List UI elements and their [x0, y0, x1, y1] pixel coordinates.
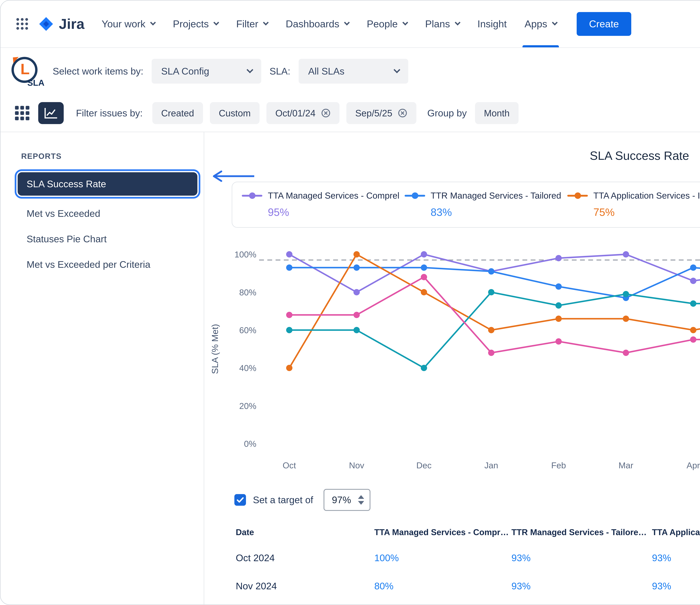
svg-text:40%: 40%: [239, 363, 256, 373]
chevron-down-icon: [247, 66, 253, 73]
sla-label: SLA:: [270, 66, 290, 77]
legend-item-ttr-managed-services-tailored-i[interactable]: TTR Managed Services - Tailored I…83%: [405, 191, 562, 218]
target-label: Set a target of: [253, 494, 313, 505]
top-navbar: Jira Your workProjectsFilterDashboardsPe…: [1, 1, 700, 48]
table-value-cell[interactable]: 93%: [652, 580, 700, 591]
chevron-down-icon: [263, 20, 269, 25]
target-input[interactable]: 97%: [324, 489, 371, 511]
chip-label: Created: [161, 108, 194, 119]
sla-line-chart: SLA (% Met)0%20%40%60%80%100%OctNovDecJa…: [204, 235, 700, 477]
nav-item-apps[interactable]: Apps: [516, 1, 566, 47]
table-header-cell: TTR Managed Services - Tailore…: [511, 527, 652, 537]
svg-text:Dec: Dec: [416, 461, 431, 470]
select-work-items-label: Select work items by:: [53, 66, 143, 77]
report-item-label: Statuses Pie Chart: [27, 234, 107, 244]
target-value: 97%: [332, 494, 351, 505]
nav-item-filter[interactable]: Filter: [227, 1, 277, 47]
svg-text:Apr: Apr: [686, 461, 700, 470]
table-header-row: DateTTA Managed Services - Compr…TTR Man…: [204, 521, 700, 544]
table-value-cell[interactable]: 93%: [652, 552, 700, 563]
jira-logo[interactable]: Jira: [38, 16, 84, 32]
group-by-chip[interactable]: Month: [475, 102, 519, 124]
chip-close-icon[interactable]: [398, 108, 407, 118]
filter-chip-created[interactable]: Created: [152, 102, 203, 124]
nav-item-your-work[interactable]: Your work: [93, 1, 164, 47]
legend-item-tta-managed-services-compreh[interactable]: TTA Managed Services - Compreh…95%: [242, 191, 399, 218]
legend-item-top: TTA Application Services - Innova…: [567, 191, 700, 200]
sidebar-item-sla-success-rate[interactable]: SLA Success Rate: [18, 172, 197, 196]
reports-sidebar: REPORTS SLA Success RateMet vs ExceededS…: [1, 132, 204, 605]
legend-item-top: TTA Managed Services - Compreh…: [242, 191, 399, 200]
group-by-label: Group by: [427, 107, 467, 119]
svg-text:80%: 80%: [239, 288, 256, 297]
chevron-down-icon: [150, 20, 156, 25]
report-content: SLA Success Rate TTA Managed Services - …: [204, 132, 700, 605]
jira-app-window: Jira Your workProjectsFilterDashboardsPe…: [0, 0, 700, 605]
table-date-cell: Oct 2024: [236, 552, 374, 563]
legend-marker-icon: [405, 191, 425, 199]
report-item-label: Met vs Exceeded per Criteria: [27, 259, 150, 270]
legend-series-name: TTR Managed Services - Tailored I…: [431, 191, 562, 200]
stepper-down-icon: [358, 501, 364, 505]
chevron-down-icon: [214, 20, 219, 25]
legend-series-value: 83%: [431, 206, 562, 218]
chip-label: Custom: [219, 108, 251, 119]
primary-nav: Your workProjectsFilterDashboardsPeopleP…: [93, 1, 566, 47]
legend-item-tta-application-services-innova[interactable]: TTA Application Services - Innova…75%: [567, 191, 700, 218]
legend-series-name: TTA Application Services - Innova…: [593, 191, 700, 200]
filter-chip-custom[interactable]: Custom: [210, 102, 259, 124]
chevron-down-icon: [402, 20, 408, 25]
filter-toolbar: Filter issues by: CreatedCustomOct/01/24…: [1, 95, 700, 132]
chip-close-icon[interactable]: [321, 108, 331, 118]
annotation-left-arrow: [208, 170, 257, 182]
nav-item-people[interactable]: People: [358, 1, 416, 47]
svg-text:60%: 60%: [239, 325, 256, 335]
filter-chip-oct-01-24[interactable]: Oct/01/24: [267, 102, 340, 124]
apps-grid-icon: [16, 17, 29, 30]
report-item-label: Met vs Exceeded: [27, 208, 100, 219]
work-items-select[interactable]: SLA Config: [152, 59, 261, 83]
table-header-cell: Date: [236, 527, 374, 537]
target-checkbox[interactable]: [234, 494, 246, 506]
jira-logo-icon: [38, 16, 54, 32]
sla-select-value: All SLAs: [308, 66, 344, 77]
sla-toolbar: L SLA Select work items by: SLA Config S…: [1, 48, 700, 95]
svg-text:Oct: Oct: [282, 461, 296, 470]
line-chart-icon: [44, 107, 58, 119]
create-button[interactable]: Create: [577, 12, 631, 36]
sla-select[interactable]: All SLAs: [299, 59, 408, 83]
svg-text:Jan: Jan: [484, 461, 498, 470]
nav-item-label: Your work: [102, 18, 146, 29]
nav-item-dashboards[interactable]: Dashboards: [277, 1, 358, 47]
grid-view-toggle[interactable]: [13, 104, 31, 122]
sidebar-item-met-vs-exceeded-per-criteria[interactable]: Met vs Exceeded per Criteria: [18, 253, 197, 276]
target-row: Set a target of 97%: [234, 489, 371, 511]
table-value-cell[interactable]: 93%: [511, 552, 652, 563]
chart-view-toggle[interactable]: [38, 102, 64, 124]
nav-item-insight[interactable]: Insight: [469, 1, 516, 47]
svg-text:Mar: Mar: [619, 461, 633, 470]
svg-text:20%: 20%: [239, 401, 256, 411]
filter-chip-sep-5-25[interactable]: Sep/5/25: [346, 102, 416, 124]
chart-legend: TTA Managed Services - Compreh…95%TTR Ma…: [232, 182, 700, 228]
work-items-select-value: SLA Config: [161, 66, 209, 77]
report-item-label: SLA Success Rate: [27, 178, 106, 189]
target-stepper[interactable]: [358, 495, 364, 505]
nav-item-plans[interactable]: Plans: [416, 1, 469, 47]
sidebar-item-met-vs-exceeded[interactable]: Met vs Exceeded: [18, 202, 197, 225]
svg-text:Nov: Nov: [349, 461, 364, 470]
nav-item-projects[interactable]: Projects: [164, 1, 227, 47]
table-value-cell[interactable]: 93%: [511, 580, 652, 591]
table-date-cell: Nov 2024: [236, 580, 374, 591]
table-value-cell[interactable]: 80%: [374, 580, 511, 591]
sla-app-logo: L SLA: [7, 53, 44, 90]
chevron-down-icon: [394, 66, 400, 73]
nav-item-label: Apps: [525, 18, 547, 29]
sidebar-item-statuses-pie-chart[interactable]: Statuses Pie Chart: [18, 227, 197, 251]
table-value-cell[interactable]: 100%: [374, 552, 511, 563]
table-header-cell: TTA Managed Services - Compr…: [374, 527, 511, 537]
app-switcher-button[interactable]: [11, 13, 33, 34]
table-row: Nov 202480%93%93%100%60%: [204, 572, 700, 600]
nav-item-label: People: [367, 18, 398, 29]
filter-issues-label: Filter issues by:: [76, 107, 143, 119]
